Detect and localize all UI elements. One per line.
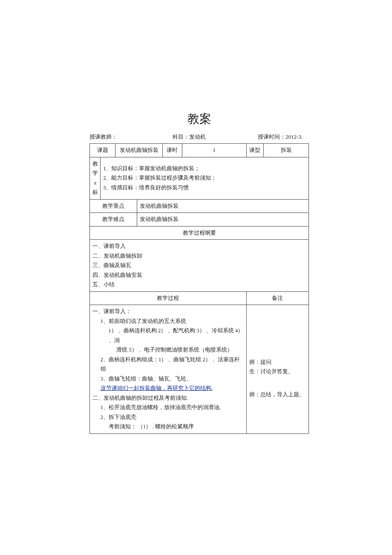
teacher-label: 授课教师： — [89, 134, 117, 140]
goal-1: 1、知识目标：掌握发动机曲轴的拆装； — [103, 164, 306, 174]
subject-label: 科目： — [173, 134, 189, 140]
key-sentence-link[interactable]: 这节课咱们一起拆装曲轴，再研究卜它的结构. — [101, 385, 213, 391]
keypoint-row: 教学重点 发动机曲轴拆装 — [90, 199, 309, 213]
type-label: 课型 — [246, 144, 263, 157]
hardpoint-label: 教学难点 — [90, 213, 137, 227]
goals-side-label: 教学 π 标 — [90, 157, 101, 199]
process-body-row: 一、课前导入： 1、前面咱们说了发动机的五大系统 1） 、曲柄连杆机构 2） 、… — [90, 305, 309, 434]
outline-item: 三、曲轴及轴瓦 — [92, 261, 306, 270]
period-label: 课时 — [163, 144, 182, 157]
time-value: 2012-3. — [285, 134, 303, 140]
keypoint-label: 教学重点 — [90, 199, 137, 213]
type-value: 拆装 — [264, 144, 309, 157]
meta-row: 授课教师： 科目：发动机 授课时间：2012-3. — [89, 133, 309, 141]
period-value: 1 — [182, 144, 246, 157]
goals-cell: 1、知识目标：掌握发动机曲轴的拆装； 2、能力目标：掌握拆装过程步骤及考前须知；… — [101, 157, 309, 199]
process-line: 2、拆下油底壳 — [92, 413, 244, 422]
process-left-cell: 一、课前导入： 1、前面咱们说了发动机的五大系统 1） 、曲柄连杆机构 2） 、… — [90, 305, 247, 434]
note-line: 师：总结，导入上题。 — [249, 390, 306, 400]
goal-3: 3、情感目标：培养良好的拆装习惯 — [103, 183, 306, 193]
process-left-header: 教学过程 — [90, 291, 247, 305]
process-line: 1、松开油底壳放油螺栓，放掉油底壳中的润滑油. — [92, 403, 244, 413]
outline-body-row: 一、课前导入 二、发动机曲轴拆卸 三、曲轴及轴瓦 四、发动机曲轴安装 五、小结 — [90, 240, 309, 292]
time-label: 授课时间： — [258, 134, 285, 140]
process-line: 2、曲柄连杆机构组成：1） 、曲轴飞轮组 2） 、活塞连杆组 — [92, 355, 244, 374]
outline-item: 五、小结 — [92, 280, 306, 290]
header-row: 课题 发动机曲轴拆装 课时 1 课型 拆装 — [90, 144, 309, 157]
topic-label: 课题 — [90, 144, 115, 157]
process-key-line: 这节课咱们一起拆装曲轴，再研究卜它的结构. — [92, 384, 244, 393]
process-header-row: 教学过程 备注 — [90, 291, 309, 305]
note-line: 生：讨论并答复。 — [249, 367, 306, 377]
process-line: 1、前面咱们说了发动机的五大系统 — [92, 317, 244, 326]
outline-body: 一、课前导入 二、发动机曲轴拆卸 三、曲轴及轴瓦 四、发动机曲轴安装 五、小结 — [90, 240, 309, 292]
process-line: 一、课前导入： — [92, 307, 244, 317]
outline-header-row: 教学过程纲要 — [90, 226, 309, 240]
topic-value: 发动机曲轴拆装 — [115, 144, 163, 157]
process-line: 1） 、曲柄连杆机构 2） 、配气机构 3） 、冷却系统 4） 、润 — [92, 326, 244, 345]
process-line: 二、发动机曲轴的拆卸过程及考前须知. — [92, 393, 244, 403]
goal-2: 2、能力目标：掌握拆装过程步骤及考前须知； — [103, 173, 306, 183]
outline-item: 二、发动机曲轴拆卸 — [92, 251, 306, 261]
process-line: 滑统 5） 、电子控制燃油喷射系统（电喷系统） — [92, 345, 244, 355]
outline-header: 教学过程纲要 — [90, 226, 309, 240]
outline-item: 四、发动机曲轴安装 — [92, 270, 306, 280]
process-right-cell: 师：提问 生：讨论并答复。 师：总结，导入上题。 — [246, 305, 308, 434]
keypoint-value: 发动机曲轴拆装 — [137, 199, 308, 213]
note-spacer — [249, 377, 306, 390]
goals-row: 教学 π 标 1、知识目标：掌握发动机曲轴的拆装； 2、能力目标：掌握拆装过程步… — [90, 157, 309, 199]
process-line: 3、曲轴飞轮组：曲轴、轴瓦、飞轮、 — [92, 374, 244, 384]
process-right-header: 备注 — [246, 291, 308, 305]
lesson-plan-table: 课题 发动机曲轴拆装 课时 1 课型 拆装 教学 π 标 1、知识目标：掌握发动… — [89, 143, 309, 434]
hardpoint-row: 教学难点 发动机曲轴拆装 — [90, 213, 309, 227]
hardpoint-value: 发动机曲轴拆装 — [137, 213, 308, 227]
doc-title: 教案 — [89, 111, 309, 127]
outline-item: 一、课前导入 — [92, 241, 306, 251]
note-line: 师：提问 — [249, 357, 306, 367]
subject-value: 发动机 — [189, 134, 206, 140]
process-line: 考前须知： （1） . 螺栓的松紧顺序 — [92, 422, 244, 432]
